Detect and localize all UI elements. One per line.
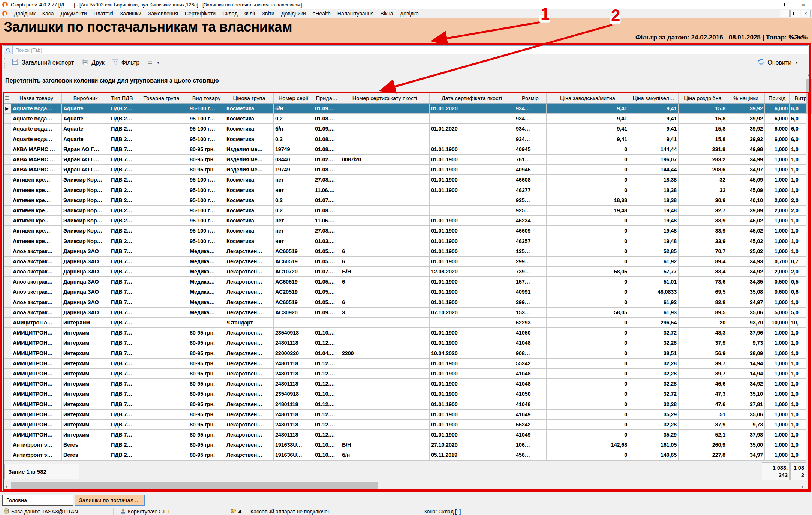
menu-item-Каса[interactable]: Каса — [39, 11, 57, 17]
table-row[interactable]: АМИЦИТРОН…ИнтерхимПДВ 7…80-95 грн.Лекарс… — [3, 430, 806, 440]
table-row[interactable]: Aquarte вода…AquarteПДВ 2…95-100 г…Косме… — [3, 124, 806, 134]
table-row[interactable]: АКВА МАРИС …Ядран АО Г…ПДВ 7…80-95 грн.И… — [3, 144, 806, 155]
table-row[interactable]: АМИЦИТРОН…ИнтерхимПДВ 7…80-95 грн.Лекарс… — [3, 399, 806, 409]
table-row[interactable]: АМИЦИТРОН…ИнтерхимПДВ 7…80-95 грн.Лекарс… — [3, 389, 806, 399]
column-header[interactable]: Ціна заводська/митна — [547, 93, 629, 103]
column-header[interactable]: Номер сертифікату якості — [340, 93, 430, 103]
column-header[interactable]: Тип ПДВ — [109, 93, 135, 103]
grid-corner-cell[interactable] — [3, 93, 11, 103]
mdi-minimize-button[interactable]: _ — [780, 10, 790, 17]
scroll-down-icon[interactable]: ∨ — [806, 475, 812, 482]
table-row[interactable]: Активен кре…Эликсир Кор…ПДВ 2…95-100 г…К… — [3, 195, 806, 206]
table-cell: 32,28 — [629, 379, 679, 389]
table-row[interactable]: АМИЦИТРОН…ИнтерхимПДВ 7…80-95 грн.Лекарс… — [3, 338, 806, 348]
table-row[interactable]: Алоэ экстрак…Дарница ЗАОПДВ 7…Медика…Лек… — [3, 297, 806, 308]
column-header[interactable]: Виробник — [62, 93, 109, 103]
menu-item-Налаштування[interactable]: Налаштування — [334, 11, 377, 17]
table-row[interactable]: Алоэ экстрак…Дарница ЗАОПДВ 7…Медика…Лек… — [3, 257, 806, 267]
menu-item-Документи[interactable]: Документи — [57, 11, 90, 17]
export-button[interactable]: Загальний експорт — [8, 57, 78, 68]
column-header[interactable]: Ціна закупівел… — [629, 93, 679, 103]
filter-button[interactable]: Фільтр — [108, 57, 143, 68]
table-row[interactable]: АМИЦИТРОН…ИнтерхимПДВ 7…80-95 грн.Лекарс… — [3, 410, 806, 420]
column-header[interactable]: Дата сертифіката якості — [430, 93, 514, 103]
menu-item-Сертифікати[interactable]: Сертифікати — [181, 11, 219, 17]
table-row[interactable]: Активен кре…Эликсир Кор…ПДВ 2…95-100 г…К… — [3, 236, 806, 246]
menu-item-Довідка[interactable]: Довідка — [397, 11, 422, 17]
menu-item-Вікна[interactable]: Вікна — [377, 11, 397, 17]
horizontal-scrollbar[interactable]: ‹ › — [3, 482, 806, 491]
refresh-button[interactable]: Оновити ▼ — [754, 57, 802, 68]
column-header[interactable]: Назва товару — [11, 93, 62, 103]
maximize-button[interactable] — [778, 0, 795, 9]
table-row[interactable]: АМИЦИТРОН…ИнтерхимПДВ 7…80-95 грн.Лекарс… — [3, 359, 806, 369]
table-cell: 5,000 — [765, 308, 790, 317]
mdi-restore-button[interactable] — [790, 10, 800, 17]
search-input[interactable] — [13, 47, 808, 53]
column-header[interactable]: Ціна роздрібна — [679, 93, 727, 103]
column-header[interactable]: Розмір — [514, 93, 547, 103]
vertical-scrollbar-thumb[interactable] — [806, 79, 812, 114]
tab-main[interactable]: Головна — [2, 495, 73, 506]
menu-item-eHealth[interactable]: eHealth — [309, 11, 334, 17]
scroll-up-icon[interactable]: ∧ — [806, 71, 812, 78]
table-row[interactable]: Алоэ экстрак…Дарница ЗАОПДВ 7…Медика…Лек… — [3, 308, 806, 318]
table-row[interactable]: АКВА МАРИС …Ядран АО Г…ПДВ 7…80-95 грн.И… — [3, 155, 806, 165]
table-cell: АС60519 — [274, 257, 313, 266]
minimize-button[interactable] — [760, 0, 778, 9]
mdi-close-button[interactable]: × — [801, 10, 811, 17]
column-header[interactable]: Прихід — [765, 93, 790, 103]
table-cell: 46608 — [514, 175, 547, 185]
tab-remains-report[interactable]: Залишки по постачал .. — [75, 495, 145, 506]
table-row[interactable]: Активен кре…Эликсир Кор…ПДВ 2…95-100 г…К… — [3, 216, 806, 226]
table-row[interactable]: Антифронт э…BeresПДВ 2…80-95 грн.Лекарст… — [3, 450, 806, 460]
table-row[interactable]: Алоэ экстрак…Дарница ЗАОПДВ 7…Медика…Лек… — [3, 246, 806, 257]
menu-item-Платежі[interactable]: Платежі — [90, 11, 117, 17]
column-header[interactable]: % націнки — [727, 93, 765, 103]
table-row[interactable]: Активен кре…Эликсир Кор…ПДВ 2…95-100 г…К… — [3, 185, 806, 195]
table-cell: 24801118 — [274, 430, 313, 440]
table-row[interactable]: АМИЦИТРОН…ИнтерхимПДВ 7…80-95 грн.Лекарс… — [3, 369, 806, 379]
table-row[interactable]: Aquarte вода…AquarteПДВ 2…95-100 г…Косме… — [3, 114, 806, 124]
column-header[interactable]: Цінова група — [225, 93, 274, 103]
menu-item-Довідники[interactable]: Довідники — [278, 11, 309, 17]
table-row[interactable]: Aquarte вода…AquarteПДВ 2…95-100 г…Косме… — [3, 134, 806, 144]
table-row[interactable]: АМИЦИТРОН…ИнтерхимПДВ 7…80-95 грн.Лекарс… — [3, 348, 806, 359]
menu-item-Замовлення[interactable]: Замовлення — [145, 11, 181, 17]
table-row[interactable]: ▶Aquarte вода…AquarteПДВ 2…95-100 г…Косм… — [3, 104, 806, 114]
table-row[interactable]: Активен кре…Эликсир Кор…ПДВ 2…95-100 г…К… — [3, 226, 806, 236]
table-row[interactable]: Антифронт э…BeresПДВ 2…80-95 грн.Лекарст… — [3, 440, 806, 450]
menu-item-Філії[interactable]: Філії — [241, 11, 259, 17]
group-by-panel[interactable]: Перетягніть заголовок колонки сюди для у… — [3, 70, 806, 93]
column-header[interactable]: Товарна група — [135, 93, 188, 103]
table-row[interactable]: АМИЦИТРОН…ИнтерхимПДВ 7…80-95 грн.Лекарс… — [3, 420, 806, 430]
menu-item-Довідник[interactable]: Довідник — [10, 11, 39, 17]
table-row[interactable]: Активен кре…Эликсир Кор…ПДВ 2…95-100 г…К… — [3, 206, 806, 216]
column-header[interactable]: Прида… — [313, 93, 340, 103]
column-header[interactable]: Витр — [790, 93, 806, 103]
table-row[interactable]: Алоэ экстрак…Дарница ЗАОПДВ 7…Медика…Лек… — [3, 287, 806, 297]
table-row[interactable]: Активен кре…Эликсир Кор…ПДВ 2…95-100 г…К… — [3, 175, 806, 185]
table-row[interactable]: АКВА МАРИС …Ядран АО Г…ПДВ 7…80-95 грн.И… — [3, 165, 806, 175]
menu-item-Склад[interactable]: Склад — [219, 11, 241, 17]
menu-item-Звіти[interactable]: Звіти — [259, 11, 278, 17]
print-button[interactable]: Друк — [78, 57, 108, 68]
table-row[interactable]: АМИЦИТРОН…ИнтерхимПДВ 7…80-95 грн.Лекарс… — [3, 379, 806, 389]
column-header[interactable]: Номер серії — [274, 93, 313, 103]
toolbar-grip[interactable] — [4, 58, 5, 68]
close-button[interactable]: × — [795, 0, 812, 9]
column-header[interactable]: Вид товару — [188, 93, 225, 103]
table-row[interactable]: Амицитрон э…ИнтерХимПДВ 7…!Стандарт62293… — [3, 318, 806, 328]
table-row[interactable]: АМИЦИТРОН…ИнтерхимПДВ 7…80-95 грн.Лекарс… — [3, 328, 806, 338]
scroll-left-icon[interactable]: ‹ — [3, 482, 10, 491]
vertical-scrollbar[interactable]: ∧ ∨ — [806, 71, 812, 482]
row-indicator — [3, 359, 11, 368]
scroll-right-icon[interactable]: › — [799, 482, 806, 491]
table-row[interactable]: Алоэ экстрак…Дарница ЗАОПДВ 7…Медика…Лек… — [3, 277, 806, 287]
table-cell: Aquarte вода… — [11, 104, 62, 113]
table-cell: 01.08.… — [313, 206, 340, 215]
menu-item-Залишки[interactable]: Залишки — [117, 11, 145, 17]
horizontal-scrollbar-thumb[interactable] — [11, 482, 378, 490]
view-options-button[interactable]: ▼ — [143, 57, 164, 68]
table-row[interactable]: Алоэ экстрак…Дарница ЗАОПДВ 7…Медика…Лек… — [3, 267, 806, 277]
